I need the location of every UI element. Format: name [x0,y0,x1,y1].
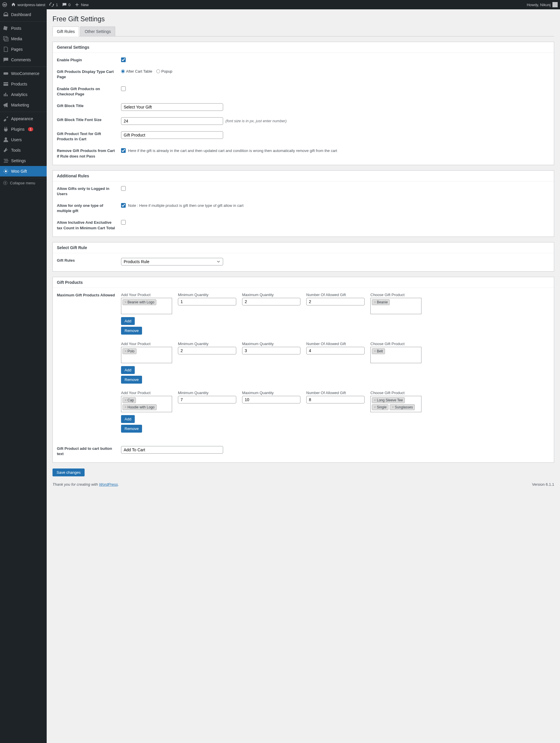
radio-after-cart[interactable]: After Cart Table [121,69,152,74]
remove-button[interactable]: Remove [121,425,142,433]
checkbox-tax[interactable] [121,220,126,225]
product-token[interactable]: × Polo [123,348,136,354]
add-button[interactable]: Add [121,366,135,374]
gift-token-box[interactable]: × Beanie [371,298,422,314]
tab-gift-rules[interactable]: Gift Rules [52,27,79,37]
svg-rect-1 [3,72,8,75]
remove-button[interactable]: Remove [121,327,142,335]
input-allowed[interactable] [306,298,364,305]
menu-label: Appearance [11,117,33,121]
input-block-title[interactable] [121,103,223,111]
checkbox-enable-checkout[interactable] [121,86,126,91]
site-link[interactable]: wordpress-latest [11,2,45,7]
input-min[interactable] [178,396,236,403]
menu-dashboard[interactable]: Dashboard [0,9,47,20]
token-remove-icon[interactable]: × [125,398,127,402]
input-font-size[interactable] [121,117,223,125]
product-token[interactable]: × Beanie with Logo [123,299,156,305]
gift-token[interactable]: × Sunglasses [390,404,415,410]
input-max[interactable] [242,298,300,305]
input-max[interactable] [242,396,300,403]
menu-users[interactable]: Users [0,134,47,145]
input-atc-text[interactable] [121,446,223,453]
product-token[interactable]: × Cap [123,397,136,403]
menu-label: Plugins [11,127,25,132]
menu-media[interactable]: Media [0,34,47,44]
note-one-type: Note : Here if multiple product is gift … [128,203,244,208]
collapse-menu[interactable]: Collapse menu [0,178,47,187]
token-remove-icon[interactable]: × [374,405,376,409]
comments-link[interactable]: 0 [62,2,71,7]
menu-pages[interactable]: Pages [0,44,47,54]
label-enable-plugin: Enable Plugin [57,57,121,63]
menu-appearance[interactable]: Appearance [0,114,47,124]
radio-popup[interactable]: Popup [156,69,172,74]
menu-label: Comments [11,57,31,62]
gift-token[interactable]: × Beanie [372,299,390,305]
token-remove-icon[interactable]: × [374,300,376,304]
menu-label: Media [11,37,22,41]
menu-woocommerce[interactable]: WooCommerce [0,68,47,79]
checkbox-remove-gift[interactable] [121,148,126,153]
menu-label: Tools [11,148,21,152]
wp-logo[interactable] [2,2,7,7]
menu-label: Marketing [11,103,29,107]
product-token-box[interactable]: × Beanie with Logo [121,298,172,314]
product-rule-row: Add Your Product× Cap× Hoodie with LogoM… [121,391,550,412]
input-allowed[interactable] [306,347,364,354]
version-text: Version 6.1.1 [532,482,554,487]
select-gift-rule[interactable]: Products Rule [121,258,223,265]
plugins-badge: 1 [28,127,33,131]
menu-tools[interactable]: Tools [0,145,47,156]
token-remove-icon[interactable]: × [374,398,376,402]
gift-token-box[interactable]: × Long Sleeve Tee× Single× Sunglasses [371,396,422,412]
tab-other-settings[interactable]: Other Settings [80,27,115,36]
menu-analytics[interactable]: Analytics [0,89,47,100]
checkbox-logged-only[interactable] [121,186,126,191]
new-label: New [81,3,89,7]
product-token[interactable]: × Hoodie with Logo [123,404,157,410]
token-remove-icon[interactable]: × [125,349,127,353]
input-min[interactable] [178,347,236,354]
col-head-product: Add Your Product [121,342,172,346]
panel-title: Additional Rules [53,171,554,181]
save-button[interactable]: Save changes [52,469,85,476]
label-gift-text: Gift Product Text for Gift Products in C… [57,131,121,142]
menu-products[interactable]: Products [0,79,47,89]
menu-posts[interactable]: Posts [0,23,47,34]
gift-token[interactable]: × Single [372,404,388,410]
panel-gift-products: Gift Products Maximum Gift Products Allo… [52,277,554,463]
input-max[interactable] [242,347,300,354]
footer: Thank you for creating with WordPress. V… [52,476,554,487]
add-button[interactable]: Add [121,415,135,423]
col-head-product: Add Your Product [121,391,172,395]
add-button[interactable]: Add [121,317,135,325]
token-remove-icon[interactable]: × [392,405,394,409]
input-allowed[interactable] [306,396,364,403]
product-rule-row: Add Your Product× Beanie with LogoMinimu… [121,293,550,314]
checkbox-one-type[interactable] [121,203,126,208]
menu-woo-gift[interactable]: Woo Gift [0,166,47,176]
checkbox-enable-plugin[interactable] [121,57,126,62]
updates-link[interactable]: 1 [49,2,58,7]
product-token-box[interactable]: × Polo [121,347,172,363]
new-link[interactable]: New [75,2,89,7]
account-link[interactable]: Howdy, Nikunj [527,2,558,7]
gift-token-box[interactable]: × Belt [371,347,422,363]
menu-settings[interactable]: Settings [0,156,47,166]
input-min[interactable] [178,298,236,305]
gift-token[interactable]: × Long Sleeve Tee [372,397,405,403]
menu-plugins[interactable]: Plugins1 [0,124,47,134]
token-remove-icon[interactable]: × [374,349,376,353]
remove-button[interactable]: Remove [121,376,142,384]
menu-comments[interactable]: Comments [0,54,47,65]
input-gift-text[interactable] [121,131,223,139]
label-one-type: Allow for only one type of multiple gift [57,203,121,214]
svg-point-2 [5,137,7,140]
token-remove-icon[interactable]: × [125,405,127,409]
wordpress-link[interactable]: WordPress [99,482,118,487]
product-token-box[interactable]: × Cap× Hoodie with Logo [121,396,172,412]
token-remove-icon[interactable]: × [125,300,127,304]
menu-marketing[interactable]: Marketing [0,100,47,110]
gift-token[interactable]: × Belt [372,348,385,354]
